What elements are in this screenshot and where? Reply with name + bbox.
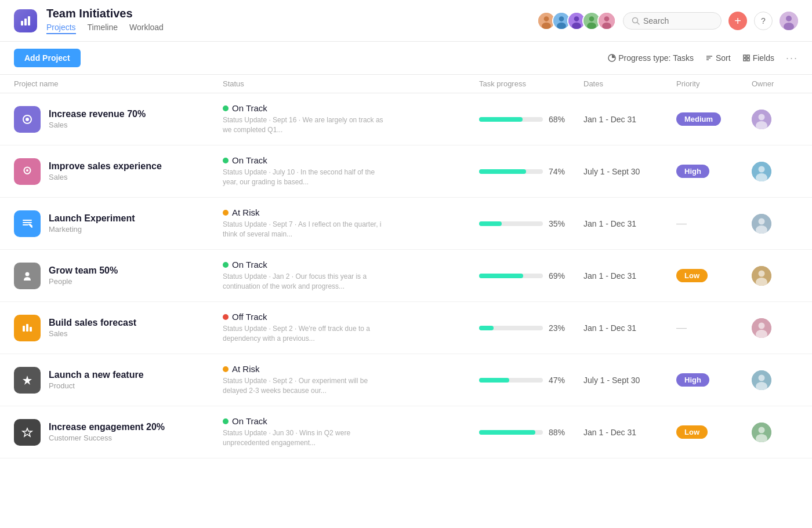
svg-point-17 — [602, 22, 611, 29]
svg-point-8 — [557, 22, 566, 29]
progress-cell: 68% — [479, 115, 583, 124]
table-row[interactable]: Build sales forecast Sales Off Track Sta… — [0, 302, 812, 354]
priority-none: — — [676, 322, 687, 333]
project-name: Grow team 50% — [49, 265, 118, 276]
table-row[interactable]: Improve sales experience Sales On Track … — [0, 145, 812, 198]
progress-percent: 74% — [549, 167, 568, 176]
progress-type-control[interactable]: Progress type: Tasks — [608, 53, 694, 63]
progress-bar-fill — [479, 117, 523, 122]
project-name: Launch a new feature — [49, 370, 144, 380]
status-cell: On Track Status Update · July 10 · In th… — [223, 155, 479, 187]
nav-projects[interactable]: Projects — [46, 23, 76, 34]
dates-cell: Jan 1 - Dec 31 — [583, 219, 676, 228]
svg-rect-41 — [23, 222, 32, 223]
status-update: Status Update · Sept 16 · We are largely… — [223, 115, 385, 135]
search-bar[interactable] — [623, 12, 722, 30]
svg-rect-27 — [744, 55, 746, 57]
col-task-progress: Task progress — [479, 79, 583, 88]
more-options-button[interactable]: ··· — [786, 52, 798, 64]
project-info: Launch Experiment Marketing — [49, 213, 135, 234]
owner-cell — [752, 370, 798, 390]
add-project-button[interactable]: Add Project — [14, 49, 81, 67]
status-dot — [223, 105, 229, 111]
dates-cell: Jan 1 - Dec 31 — [583, 323, 676, 333]
project-info: Increase engagement 20% Customer Success — [49, 422, 165, 442]
search-input[interactable] — [643, 16, 713, 26]
status-label: At Risk — [223, 207, 479, 217]
col-priority: Priority — [676, 79, 752, 88]
progress-bar-fill — [479, 326, 494, 330]
svg-point-34 — [759, 114, 765, 120]
table-row[interactable]: Grow team 50% People On Track Status Upd… — [0, 250, 812, 302]
svg-rect-0 — [21, 21, 23, 26]
project-name: Increase engagement 20% — [49, 422, 165, 432]
svg-rect-51 — [26, 324, 28, 332]
toolbar: Add Project Progress type: Tasks Sort Fi… — [0, 42, 812, 75]
table-row[interactable]: Increase engagement 20% Customer Success… — [0, 406, 812, 458]
status-cell: On Track Status Update · Jun 30 · Wins i… — [223, 416, 479, 448]
project-icon — [14, 419, 41, 446]
svg-point-4 — [544, 16, 549, 21]
svg-point-36 — [26, 169, 28, 172]
status-label: On Track — [223, 155, 479, 165]
svg-point-14 — [587, 22, 596, 29]
dates-cell: Jan 1 - Dec 31 — [583, 428, 676, 437]
project-icon — [14, 315, 41, 341]
priority-cell: — — [676, 322, 752, 334]
project-name: Increase revenue 70% — [49, 109, 146, 119]
sort-control[interactable]: Sort — [705, 53, 731, 63]
table-row[interactable]: Increase revenue 70% Sales On Track Stat… — [0, 93, 812, 145]
nav-workload[interactable]: Workload — [129, 23, 164, 34]
table-row[interactable]: Launch Experiment Marketing At Risk Stat… — [0, 198, 812, 250]
project-name: Improve sales experience — [49, 161, 162, 172]
owner-avatar[interactable] — [752, 214, 771, 234]
svg-point-32 — [26, 118, 29, 121]
project-cell: Increase engagement 20% Customer Success — [14, 419, 223, 446]
owner-avatar[interactable] — [752, 370, 771, 390]
project-name: Build sales forecast — [49, 318, 136, 328]
project-team: Sales — [49, 121, 146, 129]
project-info: Build sales forecast Sales — [49, 318, 136, 338]
svg-line-19 — [637, 22, 640, 24]
priority-cell: High — [676, 373, 752, 387]
project-name: Launch Experiment — [49, 213, 135, 224]
project-icon — [14, 263, 41, 289]
table-row[interactable]: Launch a new feature Product At Risk Sta… — [0, 354, 812, 406]
svg-point-58 — [759, 374, 765, 381]
status-cell: On Track Status Update · Sept 16 · We ar… — [223, 103, 479, 135]
progress-cell: 88% — [479, 428, 583, 437]
owner-avatar[interactable] — [752, 162, 771, 181]
progress-bar-bg — [479, 169, 543, 174]
owner-avatar[interactable] — [752, 110, 771, 129]
svg-rect-29 — [744, 59, 746, 61]
app-title: Team Initiatives — [46, 7, 528, 20]
user-avatar[interactable] — [780, 12, 798, 30]
svg-rect-1 — [24, 19, 27, 26]
svg-point-21 — [786, 16, 792, 21]
svg-marker-56 — [23, 376, 32, 385]
status-cell: Off Track Status Update · Sept 2 · We're… — [223, 312, 479, 344]
owner-avatar[interactable] — [752, 423, 771, 442]
project-cell: Increase revenue 70% Sales — [14, 106, 223, 133]
priority-cell: — — [676, 217, 752, 230]
status-dot — [223, 314, 229, 320]
nav-timeline[interactable]: Timeline — [88, 23, 118, 34]
avatar[interactable] — [597, 12, 616, 30]
owner-avatar[interactable] — [752, 318, 771, 338]
fields-control[interactable]: Fields — [742, 53, 774, 63]
fields-icon — [742, 54, 751, 62]
status-label: On Track — [223, 416, 479, 426]
svg-point-10 — [574, 16, 579, 21]
status-label: Off Track — [223, 312, 479, 322]
project-cell: Grow team 50% People — [14, 263, 223, 289]
add-button[interactable]: + — [728, 12, 747, 30]
progress-bar-bg — [479, 274, 543, 278]
svg-point-48 — [759, 270, 765, 276]
owner-avatar[interactable] — [752, 266, 771, 286]
col-owner: Owner — [752, 79, 798, 88]
status-dot — [223, 366, 229, 372]
help-button[interactable]: ? — [754, 12, 773, 30]
priority-badge: Low — [676, 269, 708, 282]
svg-point-46 — [26, 272, 30, 276]
progress-cell: 35% — [479, 219, 583, 228]
